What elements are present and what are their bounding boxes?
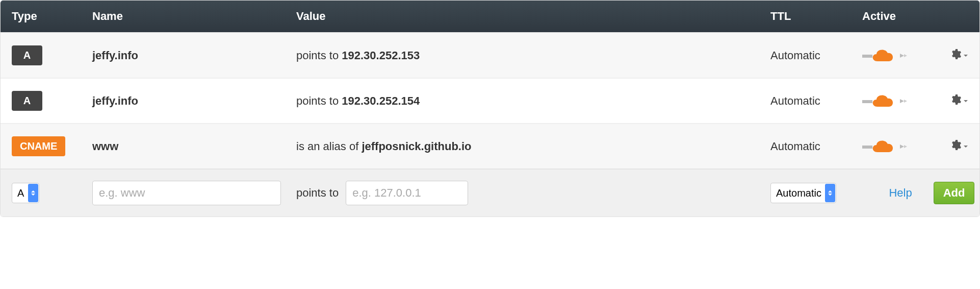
col-header-value: Value	[296, 10, 770, 23]
record-value[interactable]: is an alias of jeffposnick.github.io	[296, 140, 770, 153]
dropdown-arrows-icon	[28, 184, 38, 202]
record-name-input[interactable]	[92, 181, 281, 205]
col-header-name: Name	[92, 10, 296, 23]
chevron-down-icon	[963, 53, 969, 59]
gear-icon	[949, 139, 962, 154]
svg-rect-2	[862, 146, 872, 149]
dropdown-arrows-icon	[825, 184, 835, 202]
value-target: 192.30.252.154	[342, 94, 420, 107]
table-row: CNAME www is an alias of jeffposnick.git…	[1, 123, 979, 168]
value-target: 192.30.252.153	[342, 49, 420, 62]
cloudflare-proxy-icon[interactable]	[862, 138, 939, 155]
record-ttl[interactable]: Automatic	[770, 140, 862, 153]
record-name[interactable]: jeffy.info	[92, 49, 296, 62]
value-prefix-label: points to	[296, 186, 339, 200]
record-settings-button[interactable]	[949, 48, 969, 63]
add-button[interactable]: Add	[934, 182, 975, 204]
value-prefix: points to	[296, 49, 342, 62]
cloudflare-proxy-icon[interactable]	[862, 47, 939, 64]
col-header-active: Active	[862, 10, 939, 23]
svg-rect-0	[862, 55, 872, 58]
dns-records-table: Type Name Value TTL Active A jeffy.info …	[0, 0, 980, 217]
record-ttl[interactable]: Automatic	[770, 49, 862, 62]
record-value[interactable]: points to 192.30.252.154	[296, 94, 770, 108]
value-prefix: points to	[296, 94, 342, 107]
record-settings-button[interactable]	[949, 93, 969, 109]
record-type-badge: CNAME	[12, 136, 65, 156]
col-header-ttl: TTL	[770, 10, 862, 23]
col-header-type: Type	[1, 10, 92, 23]
chevron-down-icon	[963, 143, 969, 150]
table-header: Type Name Value TTL Active	[1, 1, 979, 32]
help-link[interactable]: Help	[889, 186, 912, 200]
record-type-badge: A	[12, 45, 42, 65]
chevron-down-icon	[963, 98, 969, 104]
record-settings-button[interactable]	[949, 139, 969, 154]
record-type-badge: A	[12, 91, 42, 111]
record-value-input[interactable]	[346, 181, 468, 205]
value-prefix: is an alias of	[296, 140, 362, 153]
record-ttl[interactable]: Automatic	[770, 94, 862, 108]
table-row: A jeffy.info points to 192.30.252.153 Au…	[1, 32, 979, 78]
record-name[interactable]: jeffy.info	[92, 94, 296, 108]
table-row: A jeffy.info points to 192.30.252.154 Au…	[1, 78, 979, 123]
value-target: jeffposnick.github.io	[362, 140, 471, 153]
svg-rect-1	[862, 100, 872, 103]
cloudflare-proxy-icon[interactable]	[862, 92, 939, 110]
record-value[interactable]: points to 192.30.252.153	[296, 49, 770, 62]
add-record-row: A points to Automatic Help Add	[1, 168, 979, 216]
record-name[interactable]: www	[92, 140, 296, 153]
gear-icon	[949, 48, 962, 63]
gear-icon	[949, 93, 962, 109]
